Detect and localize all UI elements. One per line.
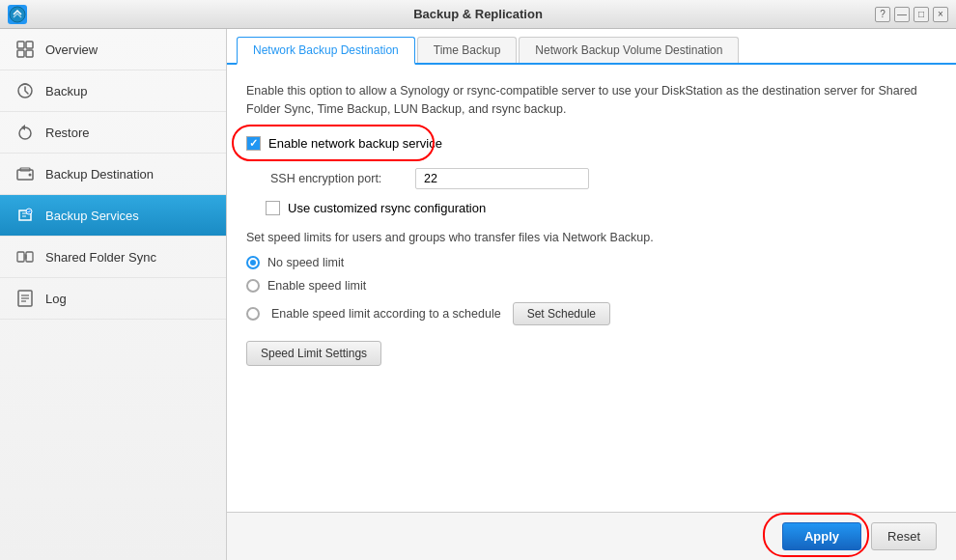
window-title: Backup & Replication [413, 7, 543, 21]
speed-limit-settings-button[interactable]: Speed Limit Settings [246, 341, 381, 366]
ssh-port-label: SSH encryption port: [270, 172, 406, 185]
enable-network-backup-row[interactable]: ✓ Enable network backup service [246, 132, 937, 154]
sidebar-item-overview[interactable]: Overview [0, 29, 226, 70]
apply-button[interactable]: Apply [782, 522, 861, 550]
svg-rect-2 [26, 42, 33, 48]
no-speed-limit-label: No speed limit [267, 256, 344, 269]
no-speed-limit-radio[interactable] [246, 256, 260, 269]
svg-rect-3 [17, 50, 24, 57]
enable-speed-limit-label: Enable speed limit [267, 279, 366, 293]
reset-button[interactable]: Reset [871, 522, 937, 550]
set-schedule-button[interactable]: Set Schedule [513, 302, 610, 325]
sync-icon [14, 246, 36, 267]
tab-network-backup-volume-destination[interactable]: Network Backup Volume Destination [519, 37, 739, 63]
restore-icon [14, 122, 36, 143]
sidebar-item-log[interactable]: Log [0, 278, 226, 320]
ssh-port-row: SSH encryption port: [270, 168, 937, 189]
tabs-container: Network Backup Destination Time Backup N… [227, 29, 956, 65]
svg-rect-4 [26, 50, 33, 57]
svg-rect-1 [17, 42, 24, 48]
enable-speed-limit-radio[interactable] [246, 279, 260, 293]
no-speed-limit-row[interactable]: No speed limit [246, 256, 937, 269]
help-button[interactable]: ? [875, 7, 890, 22]
speed-limit-schedule-row: Enable speed limit according to a schedu… [246, 302, 937, 325]
speed-limit-schedule-radio[interactable] [246, 307, 260, 321]
apply-button-container: Apply [782, 522, 861, 550]
destination-icon [14, 163, 36, 184]
services-icon [14, 205, 36, 226]
svg-rect-11 [17, 252, 24, 262]
svg-point-9 [29, 174, 32, 177]
main-container: Overview Backup Restore [0, 29, 956, 560]
enable-checkbox-container: ✓ Enable network backup service [246, 132, 937, 154]
speed-limit-settings-container: Speed Limit Settings [246, 341, 937, 366]
sidebar-item-backup[interactable]: Backup [0, 70, 226, 112]
log-icon [14, 288, 36, 309]
ssh-port-input[interactable] [415, 168, 589, 189]
titlebar-left [8, 5, 27, 24]
enable-network-backup-checkbox[interactable]: ✓ [246, 136, 261, 151]
tab-time-backup[interactable]: Time Backup [417, 37, 518, 63]
bottom-bar: Apply Reset [227, 512, 956, 560]
overview-icon [14, 39, 36, 60]
window-controls[interactable]: ? — □ × [875, 7, 948, 22]
description-text: Enable this option to allow a Synology o… [246, 82, 937, 119]
speed-section-title: Set speed limits for users and groups wh… [246, 231, 937, 244]
sidebar-item-log-label: Log [45, 292, 67, 306]
sidebar-item-shared-folder-sync-label: Shared Folder Sync [45, 250, 156, 265]
backup-icon [14, 80, 36, 101]
tab-content: Enable this option to allow a Synology o… [227, 65, 956, 512]
sidebar-item-backup-services[interactable]: Backup Services [0, 195, 226, 237]
sidebar: Overview Backup Restore [0, 29, 227, 560]
sidebar-item-backup-label: Backup [45, 84, 87, 98]
content-area: Network Backup Destination Time Backup N… [227, 29, 956, 560]
rsync-checkbox[interactable] [266, 201, 280, 215]
close-button[interactable]: × [933, 7, 948, 22]
sidebar-item-shared-folder-sync[interactable]: Shared Folder Sync [0, 237, 226, 278]
sidebar-item-backup-services-label: Backup Services [45, 209, 139, 223]
titlebar: Backup & Replication ? — □ × [0, 0, 956, 29]
enable-network-backup-label: Enable network backup service [268, 136, 442, 151]
checkbox-checkmark: ✓ [249, 137, 258, 150]
rsync-row[interactable]: Use customized rsync configuration [266, 201, 937, 215]
tab-network-backup-destination[interactable]: Network Backup Destination [237, 37, 415, 65]
sidebar-item-backup-destination[interactable]: Backup Destination [0, 154, 226, 195]
sidebar-item-backup-destination-label: Backup Destination [45, 167, 154, 182]
enable-speed-limit-row[interactable]: Enable speed limit [246, 279, 937, 293]
sidebar-item-restore[interactable]: Restore [0, 112, 226, 154]
app-icon [8, 5, 27, 24]
svg-rect-12 [26, 252, 33, 262]
sidebar-item-restore-label: Restore [45, 126, 90, 140]
maximize-button[interactable]: □ [914, 7, 929, 22]
speed-limit-schedule-label: Enable speed limit according to a schedu… [271, 307, 501, 321]
rsync-checkbox-label: Use customized rsync configuration [288, 201, 486, 215]
sidebar-item-overview-label: Overview [45, 42, 98, 57]
minimize-button[interactable]: — [894, 7, 910, 22]
